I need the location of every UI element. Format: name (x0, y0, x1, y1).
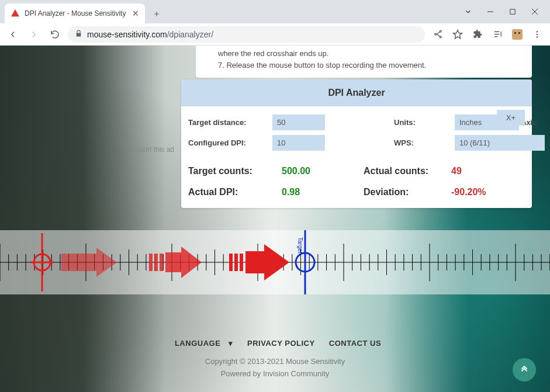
powered-by-text[interactable]: Powered by Invision Community (0, 368, 550, 380)
svg-point-3 (537, 36, 538, 38)
browser-tab-strip: DPI Analyzer - Mouse Sensitivity ✕ (0, 0, 550, 23)
svg-rect-74 (149, 254, 153, 271)
window-controls (462, 6, 550, 23)
privacy-link[interactable]: PRIVACY POLICY (247, 339, 315, 348)
report-ad-link[interactable]: report this ad (133, 145, 174, 154)
actual-dpi-value: 0.98 (282, 187, 364, 197)
menu-icon[interactable] (531, 29, 543, 40)
ruler-zone[interactable]: Target (0, 230, 550, 294)
actual-dpi-label: Actual DPI: (188, 187, 282, 197)
instruction-line6-partial: where the red crosshair ends up. (207, 48, 520, 60)
svg-marker-77 (165, 247, 202, 278)
tab-close-icon[interactable]: ✕ (132, 9, 139, 18)
deviation-label: Deviation: (364, 187, 451, 197)
extensions-icon[interactable] (472, 29, 483, 40)
results-grid: Target counts: 500.00 Actual counts: 49 … (181, 159, 532, 208)
url-text: mouse-sensitivity.com/dpianalyzer/ (87, 30, 213, 39)
wps-label: WPS: (394, 138, 452, 147)
crosshair-start (30, 233, 54, 292)
copyright-text: Copyright © 2013-2021 Mouse Sensitivity (0, 356, 550, 368)
target-distance-label: Target distance: (188, 118, 270, 127)
svg-rect-0 (510, 9, 514, 13)
configured-dpi-input[interactable] (272, 135, 325, 151)
axis-select[interactable]: X+ (497, 110, 525, 126)
svg-marker-81 (245, 244, 289, 280)
instruction-text: Release the mouse button to stop recordi… (226, 61, 426, 70)
close-icon[interactable] (529, 6, 541, 18)
reload-button[interactable] (47, 26, 63, 43)
profile-avatar[interactable] (511, 29, 523, 40)
svg-rect-79 (234, 254, 238, 271)
minimize-icon[interactable] (485, 6, 496, 18)
panel-header: DPI Analyzer (181, 79, 532, 106)
svg-rect-76 (160, 254, 163, 271)
contact-link[interactable]: CONTACT US (329, 339, 381, 348)
tab-title: DPI Analyzer - Mouse Sensitivity (25, 9, 127, 18)
instruction-item-7: 7. Release the mouse button to stop reco… (207, 60, 520, 71)
svg-point-2 (537, 33, 538, 35)
new-tab-button[interactable] (148, 6, 165, 22)
instruction-num: 7. (218, 61, 224, 70)
tab-favicon (11, 9, 20, 18)
maximize-icon[interactable] (507, 6, 518, 18)
chevron-down-icon[interactable] (462, 6, 474, 18)
language-link[interactable]: LANGUAGE ▾ (169, 339, 233, 348)
forward-button[interactable] (26, 26, 42, 43)
svg-point-1 (537, 31, 538, 33)
share-icon[interactable] (432, 29, 444, 40)
svg-marker-73 (61, 248, 117, 277)
svg-rect-78 (229, 254, 233, 271)
lock-icon (75, 30, 82, 39)
footer: LANGUAGE ▾ PRIVACY POLICY CONTACT US Cop… (0, 339, 550, 380)
reading-list-icon[interactable] (492, 29, 503, 40)
target-counts-label: Target counts: (188, 166, 282, 176)
svg-rect-75 (154, 254, 158, 271)
instruction-panel: where the red crosshair ends up. 7. Rele… (196, 46, 532, 78)
analyzer-panel: DPI Analyzer Target distance: Units: Inc… (181, 79, 532, 208)
units-label: Units: (394, 118, 452, 127)
scroll-top-button[interactable] (513, 358, 536, 381)
back-button[interactable] (5, 26, 21, 43)
browser-toolbar: mouse-sensitivity.com/dpianalyzer/ (0, 23, 550, 46)
target-distance-input[interactable] (272, 115, 325, 130)
ruler-svg: Target (0, 230, 550, 294)
configured-dpi-label: Configured DPI: (188, 138, 270, 147)
actual-counts-label: Actual counts: (364, 166, 451, 176)
url-bar[interactable]: mouse-sensitivity.com/dpianalyzer/ (68, 26, 425, 43)
target-counts-value: 500.00 (282, 166, 364, 176)
browser-tab[interactable]: DPI Analyzer - Mouse Sensitivity ✕ (5, 4, 145, 23)
deviation-value: -90.20% (451, 187, 527, 197)
star-icon[interactable] (452, 29, 463, 40)
target-label: Target (297, 237, 303, 254)
actual-counts-value: 49 (451, 166, 527, 176)
wps-value[interactable]: 10 (6/11) (455, 135, 545, 151)
svg-rect-80 (240, 254, 243, 271)
